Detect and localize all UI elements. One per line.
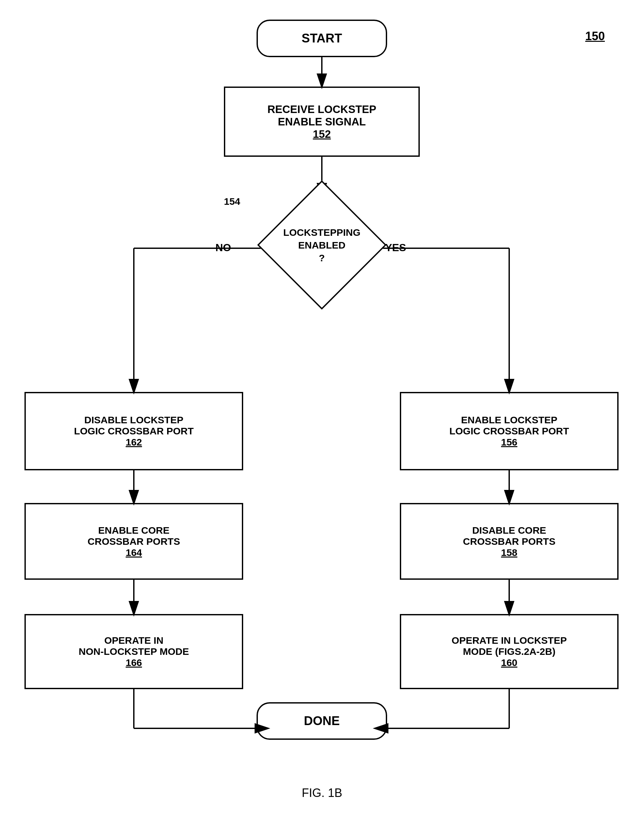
decision-diamond: LOCKSTEPPINGENABLED? — [273, 196, 371, 294]
enable-lockstep-node: ENABLE LOCKSTEPLOGIC CROSSBAR PORT156 — [400, 392, 619, 470]
start-node: START — [257, 20, 387, 57]
diagram-container: 150 START RECEIVE LOCKSTEPENABLE SIGNAL1… — [0, 0, 644, 826]
yes-label: YES — [385, 242, 406, 254]
decision-ref: 154 — [224, 196, 240, 207]
no-label: NO — [215, 242, 231, 254]
figure-caption: FIG. 1B — [302, 786, 342, 800]
disable-lockstep-node: DISABLE LOCKSTEPLOGIC CROSSBAR PORT162 — [25, 392, 243, 470]
enable-core-node: ENABLE CORECROSSBAR PORTS164 — [25, 503, 243, 580]
lockstep-mode-node: OPERATE IN LOCKSTEPMODE (FIGS.2A-2B)160 — [400, 614, 619, 689]
receive-lockstep-node: RECEIVE LOCKSTEPENABLE SIGNAL152 — [224, 87, 420, 157]
disable-core-node: DISABLE CORECROSSBAR PORTS158 — [400, 503, 619, 580]
non-lockstep-node: OPERATE INNON-LOCKSTEP MODE166 — [25, 614, 243, 689]
done-node: DONE — [257, 702, 387, 740]
figure-number: 150 — [585, 30, 605, 43]
